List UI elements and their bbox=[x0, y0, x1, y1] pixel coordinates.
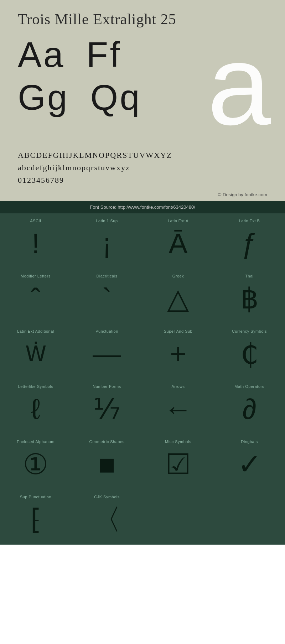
glyph-char-numberforms: ⅐ bbox=[93, 391, 121, 427]
glyph-char-miscsymbols: ☑ bbox=[165, 447, 191, 482]
glyph-char-letterlike: ℓ bbox=[31, 391, 40, 427]
alphabet-lowercase: abcdefghijklmnopqrstuvwxyz bbox=[18, 161, 267, 174]
glyph-char-arrows: ← bbox=[164, 391, 192, 427]
glyph-label-numberforms: Number Forms bbox=[93, 384, 121, 389]
glyph-cell-numberforms: Number Forms ⅐ bbox=[71, 379, 142, 434]
glyph-label-cjksymbols: CJK Symbols bbox=[94, 495, 120, 499]
glyph-label-diacriticals: Diacriticals bbox=[96, 274, 117, 278]
letter-pair-qq: Qq bbox=[90, 78, 141, 117]
glyph-label-dingbats: Dingbats bbox=[241, 440, 258, 444]
glyph-label-ascii: ASCII bbox=[30, 219, 41, 223]
glyph-label-mathops: Math Operators bbox=[234, 384, 264, 389]
letter-showcase: Aa Ff Gg Qq a bbox=[18, 35, 267, 135]
glyph-label-geoshapes: Geometric Shapes bbox=[89, 440, 124, 444]
glyph-char-suppunct: ⁅ bbox=[30, 502, 41, 537]
glyph-char-enclosed: ① bbox=[23, 447, 48, 482]
glyph-char-latinextadd: Ẇ bbox=[25, 336, 46, 372]
glyph-cell-thai: Thai ฿ bbox=[214, 269, 285, 324]
glyph-cell-empty1 bbox=[142, 489, 214, 545]
glyph-cell-suppunct: Sup Punctuation ⁅ bbox=[0, 489, 71, 545]
letter-pair-ff: Ff bbox=[86, 35, 121, 74]
glyph-char-currency: ₵ bbox=[240, 336, 259, 372]
letter-pair-gg: Gg bbox=[18, 78, 69, 117]
glyph-label-latin1sup: Latin 1 Sup bbox=[96, 219, 118, 223]
glyph-cell-latinextb: Latin Ext B ƒ bbox=[214, 213, 285, 269]
alphabet-section: ABCDEFGHIJKLMNOPQRSTUVWXYZ abcdefghijklm… bbox=[0, 142, 285, 190]
glyph-cell-ascii: ASCII ! bbox=[0, 213, 71, 269]
glyph-grid: ASCII ! Latin 1 Sup ¡ Latin Ext A Ā Lati… bbox=[0, 213, 285, 545]
glyph-label-greek: Greek bbox=[172, 274, 184, 278]
alphabet-uppercase: ABCDEFGHIJKLMNOPQRSTUVWXYZ bbox=[18, 149, 267, 161]
glyph-char-diacriticals: ` bbox=[102, 281, 112, 317]
glyph-char-superandsub: + bbox=[170, 336, 187, 372]
glyph-char-dingbats: ✓ bbox=[238, 447, 261, 482]
glyph-char-latinextb: ƒ bbox=[242, 226, 258, 261]
glyph-cell-miscsymbols: Misc Symbols ☑ bbox=[142, 434, 214, 489]
glyph-char-geoshapes: ■ bbox=[98, 447, 115, 482]
glyph-cell-greek: Greek △ bbox=[142, 269, 214, 324]
glyph-cell-enclosed: Enclosed Alphanum ① bbox=[0, 434, 71, 489]
glyph-cell-modletters: Modifier Letters ˆ bbox=[0, 269, 71, 324]
glyph-label-thai: Thai bbox=[245, 274, 253, 278]
glyph-cell-diacriticals: Diacriticals ` bbox=[71, 269, 142, 324]
glyph-cell-mathops: Math Operators ∂ bbox=[214, 379, 285, 434]
glyph-cell-letterlike: Letterlike Symbols ℓ bbox=[0, 379, 71, 434]
glyph-label-letterlike: Letterlike Symbols bbox=[18, 384, 53, 389]
credit-line: © Design by fontke.com bbox=[0, 190, 285, 201]
alphabet-digits: 0123456789 bbox=[18, 174, 267, 186]
glyph-cell-latinexta: Latin Ext A Ā bbox=[142, 213, 214, 269]
big-letter-a: a bbox=[207, 28, 271, 142]
glyph-cell-superandsub: Super And Sub + bbox=[142, 324, 214, 379]
glyph-label-latinextadd: Latin Ext Additional bbox=[17, 329, 54, 333]
glyph-char-greek: △ bbox=[167, 281, 189, 317]
glyph-char-thai: ฿ bbox=[240, 281, 259, 317]
glyph-cell-latinextadd: Latin Ext Additional Ẇ bbox=[0, 324, 71, 379]
glyph-char-latin1sup: ¡ bbox=[102, 226, 112, 261]
glyph-label-currency: Currency Symbols bbox=[232, 329, 267, 333]
glyph-label-modletters: Modifier Letters bbox=[21, 274, 51, 278]
glyph-cell-currency: Currency Symbols ₵ bbox=[214, 324, 285, 379]
glyph-cell-latin1sup: Latin 1 Sup ¡ bbox=[71, 213, 142, 269]
glyph-label-superandsub: Super And Sub bbox=[164, 329, 193, 333]
glyph-char-latinexta: Ā bbox=[169, 226, 187, 261]
glyph-char-modletters: ˆ bbox=[31, 281, 41, 317]
glyph-char-ascii: ! bbox=[32, 226, 40, 261]
glyph-cell-punctuation: Punctuation — bbox=[71, 324, 142, 379]
letter-pair-aa: Aa bbox=[18, 35, 65, 74]
glyph-label-enclosed: Enclosed Alphanum bbox=[17, 440, 55, 444]
glyph-label-suppunct: Sup Punctuation bbox=[20, 495, 51, 499]
glyph-char-mathops: ∂ bbox=[242, 391, 256, 427]
glyph-label-punctuation: Punctuation bbox=[95, 329, 118, 333]
glyph-cell-geoshapes: Geometric Shapes ■ bbox=[71, 434, 142, 489]
glyph-cell-cjksymbols: CJK Symbols 〈 bbox=[71, 489, 142, 545]
glyph-cell-arrows: Arrows ← bbox=[142, 379, 214, 434]
glyph-cell-dingbats: Dingbats ✓ bbox=[214, 434, 285, 489]
glyph-label-latinexta: Latin Ext A bbox=[168, 219, 188, 223]
glyph-cell-empty2 bbox=[214, 489, 285, 545]
glyph-label-arrows: Arrows bbox=[171, 384, 185, 389]
glyph-label-miscsymbols: Misc Symbols bbox=[165, 440, 191, 444]
font-source: Font Source: http://www.fontke.com/font/… bbox=[0, 201, 285, 213]
glyph-char-cjksymbols: 〈 bbox=[93, 502, 121, 537]
glyph-label-latinextb: Latin Ext B bbox=[239, 219, 260, 223]
glyph-char-punctuation: — bbox=[93, 336, 121, 372]
